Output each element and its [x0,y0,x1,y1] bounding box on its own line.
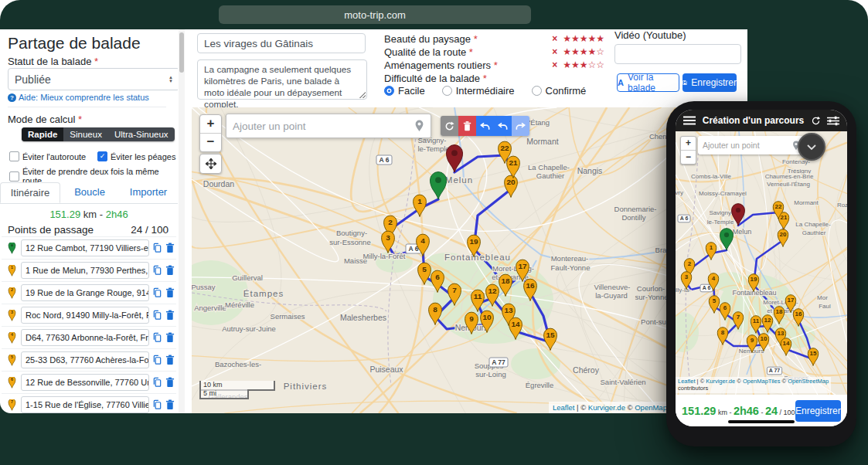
waypoint-address-input[interactable]: 1-15 Rue de l'Église, 77760 Villiers [21,396,149,413]
refresh-icon[interactable] [811,116,821,126]
checkbox-checked-icon[interactable]: ✓ [97,151,107,161]
route-map[interactable]: DourdanÉtampesBoutigny-sur-EssonneMaisse… [192,107,747,413]
hamburger-menu-icon[interactable] [683,116,696,125]
option-checkbox[interactable]: Éviter l'autoroute [9,151,86,161]
radio-icon[interactable] [532,86,542,96]
delete-waypoint-button[interactable] [165,332,175,343]
radio-icon[interactable] [384,86,394,96]
sidebar-scrollbar[interactable] [179,29,185,413]
waypoint-address-input[interactable]: D64, 77630 Arbonne-la-Forêt, Fran [21,329,149,346]
delete-waypoint-button[interactable] [165,355,175,365]
delete-waypoint-button[interactable] [165,243,175,253]
waypoint-address-input[interactable]: 25-33 D63, 77760 Achères-la-Forêt [21,351,149,368]
option-checkbox[interactable]: ✓Éviter les péages [97,151,175,161]
attribution-link[interactable]: OpenStreetMap [788,378,829,385]
checkbox-label: Éviter les péages [111,152,175,161]
checkbox-icon[interactable] [9,171,19,182]
status-select[interactable]: Publiée ▲▼ [8,68,178,90]
attribution-link[interactable]: Leaflet [553,403,575,412]
star-rating[interactable]: ★★★★★ [563,33,604,44]
svg-text:20: 20 [780,231,787,238]
copy-waypoint-button[interactable] [152,355,162,365]
undo-map-button[interactable] [476,116,494,136]
attribution-link[interactable]: Kurviger.de [588,403,625,412]
copy-waypoint-button[interactable] [152,332,162,343]
difficulty-radio-intermédiaire[interactable]: Intermédiaire [442,85,515,97]
attribution-link[interactable]: Leaflet [678,378,696,385]
copy-waypoint-button[interactable] [152,243,162,253]
svg-text:22: 22 [500,144,509,152]
copy-waypoint-button[interactable] [152,310,162,321]
copy-waypoint-button[interactable] [152,265,162,276]
phone-route-map[interactable]: Fontenay-TrésignyRozCombs-la-VilleChaume… [676,131,847,395]
delete-waypoint-button[interactable] [165,265,175,276]
waypoint-address-input[interactable]: 12 Rue de Bessonville, 77760 Ury, [21,374,149,391]
svg-text:19: 19 [751,276,757,283]
copy-waypoint-button[interactable] [152,287,162,298]
delete-waypoint-button[interactable] [165,399,175,410]
phone-collapse-button[interactable] [798,133,825,161]
waypoint-row: 11 Rue de Melun, 77930 Perthes, Fr [2,259,176,281]
divider [8,107,166,107]
redo-map-button[interactable] [512,116,529,136]
svg-text:Étampes: Étampes [243,289,284,298]
clear-rating-button[interactable]: × [552,59,557,70]
phone-zoom-in-button[interactable]: + [681,137,696,150]
tab-boucle[interactable]: Boucle [60,182,119,203]
svg-text:21: 21 [781,214,788,221]
checkbox-icon[interactable] [9,151,19,161]
star-rating[interactable]: ★★★☆☆ [563,59,604,70]
star-rating[interactable]: ★★★★☆ [563,46,604,57]
svg-text:12: 12 [764,317,771,324]
map-search-input[interactable]: Ajouter un point [226,114,431,138]
map-canvas[interactable]: DourdanÉtampesBoutigny-sur-EssonneMaisse… [192,107,747,413]
tab-importer[interactable]: Importer [119,182,178,203]
mode-option-rapide[interactable]: Rapide [22,127,63,141]
attribution-link[interactable]: Kurviger.de [706,378,735,385]
attribution-link[interactable]: OpenMapTiles [743,378,781,385]
resize-grip-icon[interactable] [359,92,366,98]
clear-rating-button[interactable]: × [552,46,557,57]
phone-zoom-out-button[interactable]: − [681,150,696,164]
waypoint-address-input[interactable]: 19 Rue de la Grange Rouge, 9149 [21,284,149,301]
zoom-out-button[interactable]: − [200,133,221,151]
phone-map-canvas[interactable]: Fontenay-TrésignyRozCombs-la-VilleChaume… [676,131,847,395]
difficulty-radio-confirmé[interactable]: Confirmé [532,85,587,97]
zoom-in-button[interactable]: + [200,115,221,133]
video-input[interactable] [614,44,741,64]
svg-text:5: 5 [713,297,717,304]
radio-icon[interactable] [442,86,452,96]
clear-rating-button[interactable]: × [552,33,557,44]
waypoint-address-input[interactable]: Roc Nord, 91490 Milly-la-Forêt, Fra [21,307,149,324]
copy-waypoint-button[interactable] [152,399,162,410]
svg-text:3: 3 [386,233,390,242]
mode-option-ultra-sinueux[interactable]: Ultra-Sinueux [108,127,175,141]
radio-label: Confirmé [546,85,587,97]
fullscreen-button[interactable] [199,154,222,174]
save-button[interactable]: Enregistrer [682,73,737,92]
phone-map-attribution[interactable]: Leaflet | © Kurviger.de © OpenMapTiles ©… [676,377,831,394]
delete-waypoint-button[interactable] [165,377,175,388]
scrollbar-thumb[interactable] [179,32,184,73]
waypoint-address-input[interactable]: 1 Rue de Melun, 77930 Perthes, Fr [21,262,149,279]
difficulty-radio-facile[interactable]: Facile [384,85,425,97]
svg-text:10: 10 [482,313,492,321]
status-help-link[interactable]: ? Aide: Mieux comprendre les status [8,93,149,102]
mode-option-sinueux[interactable]: Sinueux [63,127,108,141]
svg-text:Chéroy: Chéroy [573,365,600,375]
phone-save-button[interactable]: Enregistrer [795,400,841,422]
svg-text:1: 1 [11,265,13,270]
ride-title-input[interactable]: Les virages du Gâtinais [197,33,366,53]
delete-waypoint-button[interactable] [165,287,175,298]
delete-waypoint-button[interactable] [165,310,175,321]
undo-map-button[interactable] [494,116,512,136]
settings-sliders-icon[interactable] [827,116,839,126]
waypoint-address-input[interactable]: 12 Rue Cambot, 77190 Villiers-en- [21,239,149,256]
refresh-map-button[interactable] [441,116,458,136]
tab-itinéraire[interactable]: Itinéraire [0,182,60,203]
view-ride-button[interactable]: A Voir la balade [617,73,679,92]
trash-map-button[interactable] [458,116,476,136]
ride-description-textarea[interactable]: La campagne a seulement quelques kilomèt… [197,59,367,100]
phone-search-input[interactable]: Ajouter un point [698,136,805,154]
copy-waypoint-button[interactable] [152,377,162,388]
